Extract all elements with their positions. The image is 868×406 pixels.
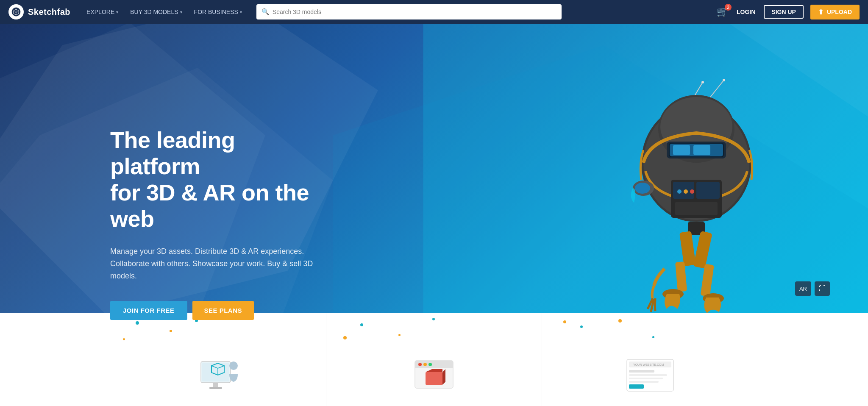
upload-label: UPLOAD bbox=[827, 8, 852, 15]
svg-rect-22 bbox=[696, 182, 720, 199]
business-label: FOR BUSINESS bbox=[194, 8, 238, 15]
nav-menu: EXPLORE ▾ BUY 3D MODELS ▾ FOR BUSINESS ▾ bbox=[81, 0, 248, 24]
svg-text:YOUR-WEBSITE.COM: YOUR-WEBSITE.COM bbox=[633, 363, 664, 366]
svg-point-48 bbox=[418, 363, 422, 366]
manage-card bbox=[110, 313, 326, 406]
svg-rect-31 bbox=[675, 261, 687, 292]
svg-rect-19 bbox=[693, 145, 710, 155]
nav-right: 🛒 2 LOGIN SIGN UP ⬆ UPLOAD bbox=[717, 5, 860, 19]
svg-rect-44 bbox=[209, 387, 222, 389]
svg-rect-30 bbox=[679, 231, 696, 266]
distribute-card bbox=[326, 313, 542, 406]
svg-point-24 bbox=[677, 189, 682, 194]
signup-button[interactable]: SIGN UP bbox=[764, 5, 804, 19]
buy3d-label: BUY 3D MODELS bbox=[130, 8, 178, 15]
robot-svg bbox=[584, 78, 804, 341]
svg-point-49 bbox=[423, 363, 427, 366]
svg-rect-51 bbox=[426, 372, 442, 385]
hero-title: The leading platformfor 3D & AR on the w… bbox=[110, 127, 331, 232]
search-input[interactable] bbox=[256, 4, 562, 19]
dot bbox=[136, 321, 139, 325]
bottom-cards-section: YOUR-WEBSITE.COM bbox=[0, 313, 868, 406]
business-arrow: ▾ bbox=[240, 10, 242, 14]
showcase-card: YOUR-WEBSITE.COM bbox=[542, 313, 758, 406]
nav-explore[interactable]: EXPLORE ▾ bbox=[81, 0, 124, 24]
dot bbox=[343, 336, 347, 339]
search-icon: 🔍 bbox=[262, 8, 270, 16]
logo-icon bbox=[8, 4, 24, 19]
svg-rect-34 bbox=[701, 264, 714, 297]
svg-point-10 bbox=[723, 79, 725, 81]
dot bbox=[652, 336, 654, 338]
dot bbox=[580, 325, 583, 328]
hero-content: The leading platformfor 3D & AR on the w… bbox=[0, 110, 331, 320]
hero-buttons: JOIN FOR FREE SEE PLANS bbox=[110, 301, 331, 320]
buy3d-arrow: ▾ bbox=[180, 10, 182, 14]
svg-point-9 bbox=[701, 81, 704, 83]
nav-for-business[interactable]: FOR BUSINESS ▾ bbox=[188, 0, 248, 24]
hero-section: The leading platformfor 3D & AR on the w… bbox=[0, 0, 868, 406]
svg-rect-58 bbox=[629, 374, 667, 376]
svg-rect-33 bbox=[693, 231, 712, 269]
svg-point-25 bbox=[684, 189, 688, 194]
svg-rect-59 bbox=[629, 378, 663, 379]
dot bbox=[618, 319, 622, 323]
showcase-illustration: YOUR-WEBSITE.COM bbox=[625, 355, 676, 398]
login-button[interactable]: LOGIN bbox=[735, 8, 757, 15]
join-free-button[interactable]: JOIN FOR FREE bbox=[110, 301, 187, 320]
ar-button[interactable]: AR bbox=[795, 281, 811, 296]
dot bbox=[360, 323, 363, 326]
dot bbox=[170, 330, 172, 332]
svg-point-45 bbox=[229, 362, 238, 370]
logo[interactable]: Sketchfab bbox=[8, 4, 70, 19]
search-container: 🔍 bbox=[256, 4, 562, 19]
svg-rect-43 bbox=[213, 383, 218, 387]
svg-rect-18 bbox=[673, 145, 690, 155]
hero-description: Manage your 3D assets. Distribute 3D & A… bbox=[110, 245, 314, 282]
svg-point-50 bbox=[428, 363, 432, 366]
navbar: Sketchfab EXPLORE ▾ BUY 3D MODELS ▾ FOR … bbox=[0, 0, 868, 24]
explore-label: EXPLORE bbox=[86, 8, 114, 15]
svg-rect-61 bbox=[629, 384, 644, 389]
cart-button[interactable]: 🛒 2 bbox=[717, 6, 728, 17]
svg-point-26 bbox=[690, 189, 694, 194]
svg-point-28 bbox=[635, 183, 650, 194]
nav-buy-3d[interactable]: BUY 3D MODELS ▾ bbox=[124, 0, 188, 24]
upload-button[interactable]: ⬆ UPLOAD bbox=[810, 5, 860, 19]
dot bbox=[398, 334, 401, 336]
svg-rect-60 bbox=[629, 381, 659, 383]
explore-arrow: ▾ bbox=[116, 10, 118, 14]
dot bbox=[563, 320, 566, 323]
svg-rect-57 bbox=[629, 370, 654, 373]
svg-rect-23 bbox=[675, 202, 718, 215]
manage-illustration bbox=[192, 355, 243, 398]
cart-badge: 2 bbox=[725, 4, 732, 11]
viewer-controls: AR ⛶ bbox=[795, 281, 830, 296]
upload-icon: ⬆ bbox=[818, 8, 823, 16]
logo-text: Sketchfab bbox=[28, 7, 70, 17]
dot bbox=[432, 318, 435, 320]
svg-rect-38 bbox=[202, 363, 229, 381]
see-plans-button[interactable]: SEE PLANS bbox=[192, 301, 254, 320]
distribute-illustration bbox=[409, 355, 459, 398]
dot bbox=[123, 338, 125, 340]
fullscreen-button[interactable]: ⛶ bbox=[815, 281, 830, 296]
